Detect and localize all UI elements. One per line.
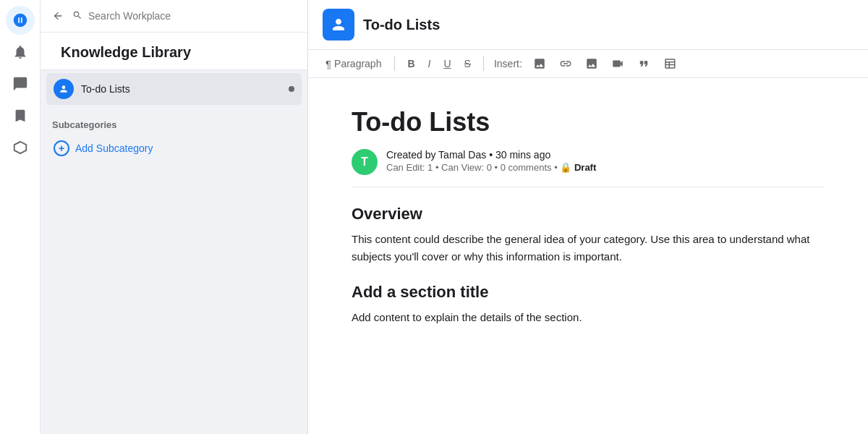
section-1-heading: Overview (352, 205, 825, 224)
sidebar-item-todo-lists[interactable]: To-do Lists (46, 73, 302, 105)
insert-quote-button[interactable] (632, 54, 655, 73)
nav-bookmarks[interactable] (6, 101, 35, 130)
subcategories-section: Subcategories + Add Subcategory (41, 108, 307, 165)
meta-sub: Can Edit: 1 • Can View: 0 • 0 comments •… (386, 162, 596, 173)
nav-rail (0, 0, 41, 434)
back-button[interactable] (49, 7, 67, 25)
content-header: To-do Lists (308, 0, 868, 50)
doc-title: To-do Lists (352, 107, 825, 137)
doc-meta: T Created by Tamal Das • 30 mins ago Can… (352, 149, 825, 175)
insert-image-button[interactable] (528, 54, 551, 73)
subcategories-title: Subcategories (52, 119, 296, 130)
editor-toolbar: ¶ Paragraph B I U S Insert: (308, 50, 868, 78)
todo-lists-label: To-do Lists (81, 83, 281, 95)
library-title: Knowledge Library (49, 33, 299, 69)
section-2-heading: Add a section title (352, 283, 825, 302)
paragraph-icon: ¶ (326, 58, 331, 70)
author-avatar: T (352, 149, 378, 175)
insert-photo-button[interactable] (580, 54, 603, 73)
search-input[interactable] (88, 10, 299, 22)
add-subcategory-label: Add Subcategory (75, 142, 153, 154)
content-header-title: To-do Lists (363, 17, 440, 33)
section-2: Add a section title Add content to expla… (352, 283, 825, 326)
section-1: Overview This content could describe the… (352, 205, 825, 265)
nav-messages[interactable] (6, 69, 35, 98)
italic-button[interactable]: I (423, 55, 436, 72)
sidebar-item-indicator (289, 86, 294, 92)
insert-label: Insert: (491, 58, 525, 69)
insert-link-button[interactable] (554, 54, 577, 73)
todo-lists-icon (54, 79, 74, 99)
search-bar (41, 0, 307, 33)
sidebar-list: To-do Lists (41, 70, 307, 108)
sidebar: Knowledge Library To-do Lists Subcategor… (41, 0, 308, 434)
plus-icon: + (54, 140, 69, 156)
bold-button[interactable]: B (402, 55, 420, 72)
toolbar-divider-2 (483, 56, 484, 71)
toolbar-divider-1 (394, 56, 395, 71)
insert-table-button[interactable] (658, 54, 681, 73)
nav-workplace-logo[interactable] (6, 6, 35, 35)
doc-meta-text: Created by Tamal Das • 30 mins ago Can E… (386, 149, 596, 173)
draft-badge: Draft (574, 162, 596, 173)
main-content: To-do Lists ¶ Paragraph B I U S Insert: (308, 0, 868, 434)
add-subcategory-button[interactable]: + Add Subcategory (52, 137, 154, 159)
paragraph-selector[interactable]: ¶ Paragraph (320, 55, 387, 73)
nav-admin[interactable] (6, 133, 35, 162)
section-1-body: This content could describe the general … (352, 231, 825, 265)
search-icon (72, 10, 82, 22)
content-header-icon (323, 9, 354, 41)
underline-button[interactable]: U (438, 55, 456, 72)
section-2-body: Add content to explain the details of th… (352, 309, 825, 326)
insert-video-button[interactable] (606, 54, 629, 73)
doc-divider (352, 187, 825, 187)
sidebar-library-header: Knowledge Library (41, 33, 307, 70)
strikethrough-button[interactable]: S (459, 55, 476, 72)
nav-notifications[interactable] (6, 38, 35, 67)
created-line: Created by Tamal Das • 30 mins ago (386, 149, 596, 161)
editor-body[interactable]: To-do Lists T Created by Tamal Das • 30 … (308, 78, 868, 434)
paragraph-label: Paragraph (334, 58, 381, 69)
